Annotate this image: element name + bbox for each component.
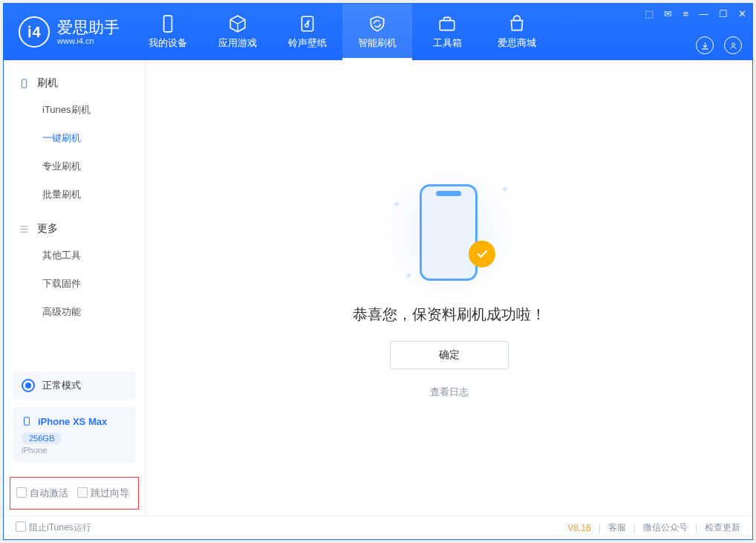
brand-title: 爱思助手 [57,19,120,36]
brand-subtitle: www.i4.cn [57,36,120,45]
sidebar-item-download-firmware[interactable]: 下载固件 [4,270,145,298]
status-link-wechat[interactable]: 微信公众号 [643,521,688,534]
svg-rect-0 [164,16,172,32]
view-log-link[interactable]: 查看日志 [430,386,469,399]
status-link-support[interactable]: 客服 [608,521,626,534]
sidebar-section-flash: 刷机 [4,71,145,96]
list-icon [19,224,30,235]
phone-outline-icon [19,78,30,89]
status-link-update[interactable]: 检查更新 [705,521,740,534]
close-button[interactable]: ✕ [738,8,746,19]
sidebar-item-batch-flash[interactable]: 批量刷机 [4,181,145,209]
device-icon [158,14,177,33]
device-capacity: 256GB [22,432,62,444]
sidebar-item-advanced[interactable]: 高级功能 [4,298,145,326]
success-message: 恭喜您，保资料刷机成功啦！ [353,305,546,325]
status-bar: 阻止iTunes运行 V8.16 | 客服 | 微信公众号 | 检查更新 [4,516,752,539]
svg-rect-2 [440,21,454,30]
svg-rect-4 [22,79,26,87]
mode-label: 正常模式 [42,379,81,392]
success-illustration: ✦ ✦ ✦ [397,177,501,288]
svg-point-3 [731,42,734,45]
app-window: ⅰ4 爱思助手 www.i4.cn 我的设备 应用游戏 铃声壁纸 智能刷机 [3,3,753,540]
account-controls [696,36,742,54]
briefcase-icon [437,14,457,33]
sidebar-item-itunes-flash[interactable]: iTunes刷机 [4,96,145,124]
sidebar: 刷机 iTunes刷机 一键刷机 专业刷机 批量刷机 更多 其他工具 下载固件 … [4,60,146,516]
feedback-icon[interactable]: ✉ [664,8,672,19]
menu-icon[interactable]: ≡ [682,8,688,19]
content: ✦ ✦ ✦ 恭喜您，保资料刷机成功啦！ 确定 查看日志 [146,60,752,516]
tab-store[interactable]: 爱思商城 [482,4,552,60]
version-label: V8.16 [567,523,590,533]
sidebar-item-oneclick-flash[interactable]: 一键刷机 [4,124,145,152]
minimize-button[interactable]: — [699,8,708,19]
tab-apps-games[interactable]: 应用游戏 [203,4,273,60]
phone-icon [420,184,478,281]
tab-my-device[interactable]: 我的设备 [133,4,203,60]
tab-ringtones-wallpapers[interactable]: 铃声壁纸 [273,4,342,60]
header: ⅰ4 爱思助手 www.i4.cn 我的设备 应用游戏 铃声壁纸 智能刷机 [4,4,752,60]
brand: ⅰ4 爱思助手 www.i4.cn [4,4,133,60]
user-button[interactable] [724,36,742,54]
mode-box[interactable]: 正常模式 [13,371,136,400]
body: 刷机 iTunes刷机 一键刷机 专业刷机 批量刷机 更多 其他工具 下载固件 … [4,60,752,516]
block-itunes-checkbox[interactable]: 阻止iTunes运行 [16,521,91,534]
device-name: iPhone XS Max [38,416,107,427]
tab-smart-flash[interactable]: 智能刷机 [342,4,412,60]
user-icon [729,41,738,51]
device-type: iPhone [22,446,127,455]
check-badge-icon [469,241,495,267]
sidebar-footer-options: 自动激活 跳过向导 [10,477,139,510]
device-box[interactable]: iPhone XS Max 256GB iPhone [13,407,136,462]
maximize-button[interactable]: ☐ [719,8,728,19]
skip-setup-checkbox[interactable]: 跳过向导 [77,487,129,500]
bag-icon [507,14,527,33]
download-icon [700,41,710,51]
refresh-shield-icon [368,14,387,33]
tab-toolbox[interactable]: 工具箱 [412,4,482,60]
header-tabs: 我的设备 应用游戏 铃声壁纸 智能刷机 工具箱 爱思商城 [133,4,552,60]
confirm-button[interactable]: 确定 [390,341,509,369]
brand-logo-icon: ⅰ4 [19,16,50,48]
cube-icon [228,14,247,33]
device-small-icon [22,414,32,428]
sidebar-item-other-tools[interactable]: 其他工具 [4,241,145,270]
auto-activate-checkbox[interactable]: 自动激活 [16,487,68,500]
window-controls: ⬚ ✉ ≡ — ☐ ✕ [645,8,746,19]
download-button[interactable] [696,36,714,54]
sidebar-item-pro-flash[interactable]: 专业刷机 [4,152,145,181]
sidebar-section-more: 更多 [4,216,145,241]
svg-rect-5 [25,417,30,426]
mode-dot-icon [22,379,35,392]
music-file-icon [298,14,317,33]
skin-icon[interactable]: ⬚ [645,8,654,19]
